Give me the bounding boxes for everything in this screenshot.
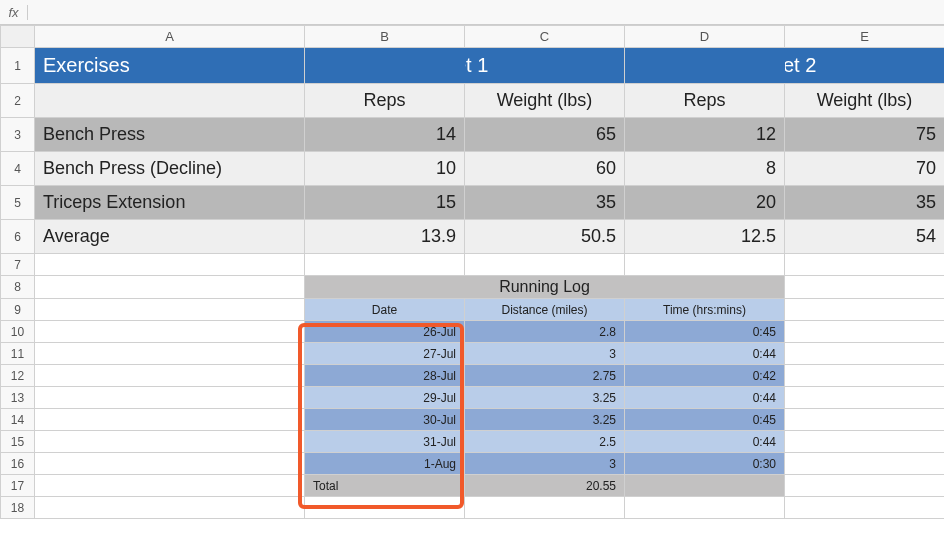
cell-D13[interactable]: 0:44 xyxy=(625,387,785,409)
cell-B10[interactable]: 26-Jul xyxy=(305,321,465,343)
row-header[interactable]: 8 xyxy=(1,276,35,299)
cell-B18[interactable] xyxy=(305,497,465,519)
cell-A9[interactable] xyxy=(35,299,305,321)
cell-D10[interactable]: 0:45 xyxy=(625,321,785,343)
row-header[interactable]: 3 xyxy=(1,118,35,152)
cell-C11[interactable]: 3 xyxy=(465,343,625,365)
row-header[interactable]: 11 xyxy=(1,343,35,365)
row-header[interactable]: 7 xyxy=(1,254,35,276)
cell-A15[interactable] xyxy=(35,431,305,453)
cell-B6[interactable]: 13.9 xyxy=(305,220,465,254)
cell-B9[interactable]: Date xyxy=(305,299,465,321)
row-header[interactable]: 15 xyxy=(1,431,35,453)
cell-B13[interactable]: 29-Jul xyxy=(305,387,465,409)
cell-D16[interactable]: 0:30 xyxy=(625,453,785,475)
cell-D9[interactable]: Time (hrs:mins) xyxy=(625,299,785,321)
cell-A14[interactable] xyxy=(35,409,305,431)
cell-A8[interactable] xyxy=(35,276,305,299)
col-header-E[interactable]: E xyxy=(785,26,945,48)
row-header[interactable]: 1 xyxy=(1,48,35,84)
cell-C9[interactable]: Distance (miles) xyxy=(465,299,625,321)
cell-C7[interactable] xyxy=(465,254,625,276)
cell-A13[interactable] xyxy=(35,387,305,409)
cell-E16[interactable] xyxy=(785,453,945,475)
cell-B12[interactable]: 28-Jul xyxy=(305,365,465,387)
cell-C18[interactable] xyxy=(465,497,625,519)
cell-A16[interactable] xyxy=(35,453,305,475)
cell-D7[interactable] xyxy=(625,254,785,276)
cell-A10[interactable] xyxy=(35,321,305,343)
cell-C3[interactable]: 65 xyxy=(465,118,625,152)
cell-C8[interactable]: Running Log xyxy=(465,276,625,299)
cell-C5[interactable]: 35 xyxy=(465,186,625,220)
cell-E6[interactable]: 54 xyxy=(785,220,945,254)
cell-C4[interactable]: 60 xyxy=(465,152,625,186)
cell-C2[interactable]: Weight (lbs) xyxy=(465,84,625,118)
cell-B17[interactable]: Total xyxy=(305,475,465,497)
col-header-C[interactable]: C xyxy=(465,26,625,48)
cell-C10[interactable]: 2.8 xyxy=(465,321,625,343)
row-header[interactable]: 2 xyxy=(1,84,35,118)
cell-E7[interactable] xyxy=(785,254,945,276)
select-all-corner[interactable] xyxy=(1,26,35,48)
cell-B1[interactable] xyxy=(305,48,465,84)
cell-B4[interactable]: 10 xyxy=(305,152,465,186)
cell-B5[interactable]: 15 xyxy=(305,186,465,220)
cell-E5[interactable]: 35 xyxy=(785,186,945,220)
cell-E8[interactable] xyxy=(785,276,945,299)
cell-A7[interactable] xyxy=(35,254,305,276)
cell-B15[interactable]: 31-Jul xyxy=(305,431,465,453)
row-header[interactable]: 14 xyxy=(1,409,35,431)
row-header[interactable]: 13 xyxy=(1,387,35,409)
cell-E12[interactable] xyxy=(785,365,945,387)
cell-C15[interactable]: 2.5 xyxy=(465,431,625,453)
cell-D17[interactable] xyxy=(625,475,785,497)
cell-C6[interactable]: 50.5 xyxy=(465,220,625,254)
cell-B14[interactable]: 30-Jul xyxy=(305,409,465,431)
cell-A6[interactable]: Average xyxy=(35,220,305,254)
row-header[interactable]: 16 xyxy=(1,453,35,475)
cell-D15[interactable]: 0:44 xyxy=(625,431,785,453)
cell-D11[interactable]: 0:44 xyxy=(625,343,785,365)
cell-E15[interactable] xyxy=(785,431,945,453)
cell-D3[interactable]: 12 xyxy=(625,118,785,152)
cell-D4[interactable]: 8 xyxy=(625,152,785,186)
cell-D8[interactable] xyxy=(625,276,785,299)
row-header[interactable]: 12 xyxy=(1,365,35,387)
cell-E3[interactable]: 75 xyxy=(785,118,945,152)
cell-C1[interactable]: Set 1 xyxy=(465,48,625,84)
row-header[interactable]: 10 xyxy=(1,321,35,343)
col-header-A[interactable]: A xyxy=(35,26,305,48)
cell-A18[interactable] xyxy=(35,497,305,519)
row-header[interactable]: 17 xyxy=(1,475,35,497)
cell-C14[interactable]: 3.25 xyxy=(465,409,625,431)
cell-D14[interactable]: 0:45 xyxy=(625,409,785,431)
cell-C12[interactable]: 2.75 xyxy=(465,365,625,387)
cell-E18[interactable] xyxy=(785,497,945,519)
cell-A5[interactable]: Triceps Extension xyxy=(35,186,305,220)
cell-D2[interactable]: Reps xyxy=(625,84,785,118)
cell-E4[interactable]: 70 xyxy=(785,152,945,186)
cell-C17[interactable]: 20.55 xyxy=(465,475,625,497)
cell-A11[interactable] xyxy=(35,343,305,365)
cell-E9[interactable] xyxy=(785,299,945,321)
formula-input[interactable] xyxy=(36,0,938,24)
cell-E10[interactable] xyxy=(785,321,945,343)
cell-D5[interactable]: 20 xyxy=(625,186,785,220)
col-header-D[interactable]: D xyxy=(625,26,785,48)
cell-A3[interactable]: Bench Press xyxy=(35,118,305,152)
cell-C13[interactable]: 3.25 xyxy=(465,387,625,409)
cell-E11[interactable] xyxy=(785,343,945,365)
cell-E17[interactable] xyxy=(785,475,945,497)
col-header-B[interactable]: B xyxy=(305,26,465,48)
cell-D18[interactable] xyxy=(625,497,785,519)
cell-C16[interactable]: 3 xyxy=(465,453,625,475)
cell-D12[interactable]: 0:42 xyxy=(625,365,785,387)
cell-B3[interactable]: 14 xyxy=(305,118,465,152)
cell-B8[interactable] xyxy=(305,276,465,299)
cell-D1[interactable] xyxy=(625,48,785,84)
row-header[interactable]: 4 xyxy=(1,152,35,186)
cell-A4[interactable]: Bench Press (Decline) xyxy=(35,152,305,186)
cell-B16[interactable]: 1-Aug xyxy=(305,453,465,475)
cell-B7[interactable] xyxy=(305,254,465,276)
